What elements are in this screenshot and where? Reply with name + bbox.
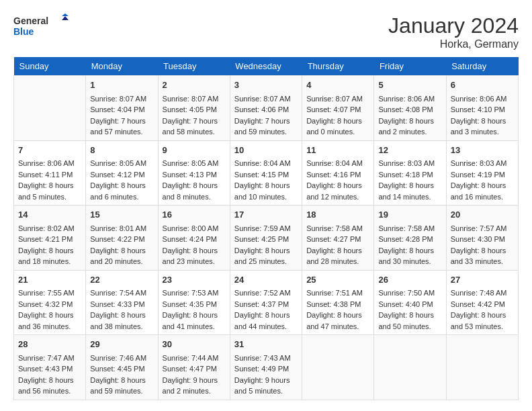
daylight: Daylight: 7 hours and 59 minutes. bbox=[234, 117, 290, 136]
header-thursday: Thursday bbox=[302, 57, 374, 76]
sunset: Sunset: 4:21 PM bbox=[18, 235, 73, 243]
svg-text:General: General bbox=[13, 15, 48, 26]
sunset: Sunset: 4:04 PM bbox=[90, 105, 144, 113]
day-number: 22 bbox=[90, 273, 153, 287]
daylight: Daylight: 8 hours and 41 minutes. bbox=[163, 311, 218, 330]
header-tuesday: Tuesday bbox=[158, 57, 230, 76]
sunrise: Sunrise: 7:57 AM bbox=[451, 224, 507, 232]
day-number: 13 bbox=[451, 144, 514, 157]
day-number: 8 bbox=[90, 144, 153, 157]
header-sunday: Sunday bbox=[14, 57, 86, 76]
cell-week2-day6: 12 Sunrise: 8:03 AM Sunset: 4:18 PM Dayl… bbox=[374, 140, 446, 205]
sunset: Sunset: 4:33 PM bbox=[90, 300, 144, 308]
cell-week2-day5: 11 Sunrise: 8:04 AM Sunset: 4:16 PM Dayl… bbox=[302, 140, 374, 205]
daylight: Daylight: 8 hours and 6 minutes. bbox=[90, 181, 146, 201]
day-number: 20 bbox=[451, 208, 514, 222]
sunrise: Sunrise: 8:04 AM bbox=[234, 159, 291, 167]
sunrise: Sunrise: 8:05 AM bbox=[90, 159, 146, 167]
daylight: Daylight: 7 hours and 57 minutes. bbox=[90, 117, 146, 136]
sunrise: Sunrise: 7:50 AM bbox=[378, 289, 435, 297]
day-number: 4 bbox=[306, 79, 369, 92]
sunrise: Sunrise: 8:06 AM bbox=[451, 95, 507, 103]
day-number: 19 bbox=[378, 208, 441, 222]
week-row-4: 21 Sunrise: 7:55 AM Sunset: 4:32 PM Dayl… bbox=[14, 270, 519, 335]
week-row-5: 28 Sunrise: 7:47 AM Sunset: 4:43 PM Dayl… bbox=[14, 335, 519, 400]
header-row: Sunday Monday Tuesday Wednesday Thursday… bbox=[14, 57, 519, 76]
daylight: Daylight: 8 hours and 44 minutes. bbox=[234, 311, 290, 330]
sunset: Sunset: 4:25 PM bbox=[234, 235, 289, 243]
header-monday: Monday bbox=[86, 57, 158, 76]
daylight: Daylight: 8 hours and 20 minutes. bbox=[90, 246, 146, 266]
day-number: 11 bbox=[306, 144, 369, 157]
sunset: Sunset: 4:40 PM bbox=[378, 300, 433, 308]
svg-text:Blue: Blue bbox=[13, 26, 34, 37]
sunset: Sunset: 4:11 PM bbox=[18, 171, 73, 179]
cell-week4-day7: 27 Sunrise: 7:48 AM Sunset: 4:42 PM Dayl… bbox=[446, 270, 518, 335]
day-number: 29 bbox=[90, 338, 153, 351]
day-number: 17 bbox=[234, 208, 298, 222]
header-friday: Friday bbox=[374, 57, 446, 76]
sunset: Sunset: 4:16 PM bbox=[306, 171, 361, 179]
cell-week5-day4: 31 Sunrise: 7:43 AM Sunset: 4:49 PM Dayl… bbox=[230, 335, 302, 400]
sunrise: Sunrise: 7:51 AM bbox=[306, 289, 363, 297]
logo: General Blue bbox=[13, 13, 74, 40]
week-row-2: 7 Sunrise: 8:06 AM Sunset: 4:11 PM Dayli… bbox=[14, 140, 519, 205]
sunset: Sunset: 4:05 PM bbox=[163, 105, 217, 113]
daylight: Daylight: 8 hours and 56 minutes. bbox=[18, 376, 74, 396]
sunset: Sunset: 4:22 PM bbox=[90, 235, 144, 243]
daylight: Daylight: 9 hours and 5 minutes. bbox=[234, 376, 290, 396]
cell-week4-day2: 22 Sunrise: 7:54 AM Sunset: 4:33 PM Dayl… bbox=[86, 270, 158, 335]
sunset: Sunset: 4:35 PM bbox=[163, 300, 217, 308]
week-row-1: 1 Sunrise: 8:07 AM Sunset: 4:04 PM Dayli… bbox=[14, 76, 519, 141]
cell-week5-day6 bbox=[374, 335, 446, 400]
week-row-3: 14 Sunrise: 8:02 AM Sunset: 4:21 PM Dayl… bbox=[14, 205, 519, 271]
sunset: Sunset: 4:42 PM bbox=[451, 300, 505, 308]
day-number: 21 bbox=[18, 273, 81, 287]
day-number: 16 bbox=[163, 208, 226, 222]
svg-marker-2 bbox=[62, 13, 69, 16]
day-number: 3 bbox=[234, 79, 298, 92]
calendar-subtitle: Horka, Germany bbox=[388, 38, 519, 50]
day-number: 6 bbox=[451, 79, 514, 92]
daylight: Daylight: 8 hours and 0 minutes. bbox=[306, 117, 362, 136]
cell-week2-day4: 10 Sunrise: 8:04 AM Sunset: 4:15 PM Dayl… bbox=[230, 140, 302, 205]
sunrise: Sunrise: 8:03 AM bbox=[451, 159, 507, 167]
sunset: Sunset: 4:15 PM bbox=[234, 171, 289, 179]
daylight: Daylight: 8 hours and 5 minutes. bbox=[18, 181, 74, 201]
day-number: 25 bbox=[306, 273, 369, 287]
daylight: Daylight: 8 hours and 8 minutes. bbox=[163, 181, 218, 201]
cell-week4-day4: 24 Sunrise: 7:52 AM Sunset: 4:37 PM Dayl… bbox=[230, 270, 302, 335]
header-saturday: Saturday bbox=[446, 57, 518, 76]
daylight: Daylight: 8 hours and 23 minutes. bbox=[163, 246, 218, 266]
daylight: Daylight: 9 hours and 2 minutes. bbox=[163, 376, 218, 396]
day-number: 24 bbox=[234, 273, 298, 287]
sunrise: Sunrise: 8:07 AM bbox=[163, 95, 219, 103]
sunrise: Sunrise: 7:54 AM bbox=[90, 289, 146, 297]
daylight: Daylight: 8 hours and 16 minutes. bbox=[451, 181, 506, 201]
sunrise: Sunrise: 7:58 AM bbox=[378, 224, 435, 232]
sunrise: Sunrise: 8:03 AM bbox=[378, 159, 435, 167]
sunrise: Sunrise: 7:44 AM bbox=[163, 354, 219, 362]
sunset: Sunset: 4:08 PM bbox=[378, 105, 433, 113]
day-number: 18 bbox=[306, 208, 369, 222]
cell-week5-day2: 29 Sunrise: 7:46 AM Sunset: 4:45 PM Dayl… bbox=[86, 335, 158, 400]
sunrise: Sunrise: 8:04 AM bbox=[306, 159, 363, 167]
sunrise: Sunrise: 8:06 AM bbox=[378, 95, 435, 103]
sunset: Sunset: 4:13 PM bbox=[163, 171, 217, 179]
daylight: Daylight: 7 hours and 58 minutes. bbox=[163, 117, 218, 136]
daylight: Daylight: 8 hours and 18 minutes. bbox=[18, 246, 74, 266]
svg-marker-3 bbox=[62, 16, 69, 20]
sunset: Sunset: 4:30 PM bbox=[451, 235, 505, 243]
day-number: 2 bbox=[163, 79, 226, 92]
calendar-table: Sunday Monday Tuesday Wednesday Thursday… bbox=[13, 57, 519, 400]
sunset: Sunset: 4:38 PM bbox=[306, 300, 361, 308]
day-number: 5 bbox=[378, 79, 441, 92]
cell-week1-day1 bbox=[14, 76, 86, 141]
day-number: 23 bbox=[163, 273, 226, 287]
page-header: General Blue January 2024 Horka, Germany bbox=[13, 13, 519, 50]
sunset: Sunset: 4:32 PM bbox=[18, 300, 73, 308]
cell-week4-day3: 23 Sunrise: 7:53 AM Sunset: 4:35 PM Dayl… bbox=[158, 270, 230, 335]
sunrise: Sunrise: 8:07 AM bbox=[306, 95, 363, 103]
cell-week2-day1: 7 Sunrise: 8:06 AM Sunset: 4:11 PM Dayli… bbox=[14, 140, 86, 205]
cell-week1-day4: 3 Sunrise: 8:07 AM Sunset: 4:06 PM Dayli… bbox=[230, 76, 302, 141]
